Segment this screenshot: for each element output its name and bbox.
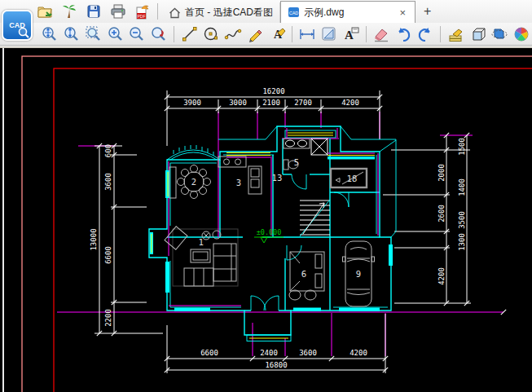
dimension-label: 16800 — [265, 361, 287, 369]
dimension-label: 3000 — [229, 99, 247, 107]
dimension-label: 2400 — [260, 349, 278, 357]
pencil-icon — [246, 25, 264, 43]
svg-text:PDF: PDF — [138, 14, 146, 19]
tool-toolbar: A A — [0, 23, 532, 46]
dimension-label: 3900 — [183, 99, 201, 107]
zoom-out-icon — [128, 25, 146, 43]
dimension-label: 1300 — [458, 233, 466, 251]
print-icon — [110, 4, 126, 19]
cube-3d-icon — [468, 25, 486, 43]
dimension-label: 4200 — [437, 267, 446, 285]
pan-zoom-icon — [41, 25, 59, 43]
room-label: 2 — [191, 178, 196, 187]
dimension-label: 2700 — [294, 99, 312, 107]
app-logo-cad-badge[interactable]: CAD — [2, 10, 33, 41]
palm-tree-icon — [61, 3, 77, 20]
tab-bar: 首页 - 迅捷CAD看图 CAD 示例.dwg × + — [162, 0, 532, 23]
background-color-button[interactable] — [510, 24, 532, 44]
annotate-text-button[interactable]: A — [266, 24, 288, 44]
save-button[interactable] — [83, 2, 104, 21]
dimension-label: 1400 — [458, 178, 466, 196]
redo-button[interactable] — [414, 24, 436, 44]
measure-area-button[interactable] — [319, 24, 341, 44]
zoom-out-button[interactable] — [126, 24, 148, 44]
print-button[interactable] — [108, 2, 129, 21]
dimension-label: 1500 — [458, 138, 466, 156]
layers-icon — [447, 25, 465, 43]
doors — [251, 174, 349, 311]
floor-plan-svg[interactable]: 16200 3900 3000 2100 2700 4200 6600 2400… — [0, 48, 532, 392]
furniture-living — [165, 227, 238, 286]
tab-document-label: 示例.dwg — [304, 6, 344, 20]
room-labels: 1 2 3 5 6 9 13 18 — [191, 158, 361, 279]
svg-text:CAD: CAD — [289, 11, 299, 15]
draw-circle-button[interactable] — [200, 24, 222, 44]
room-label: 18 — [347, 174, 358, 183]
title-toolbar: PDF 首页 - 迅捷CAD看图 CAD 示例.dwg × + — [0, 0, 532, 23]
orbit-3d-icon — [490, 25, 508, 43]
undo-button[interactable] — [393, 24, 415, 44]
zoom-in-button[interactable] — [104, 24, 126, 44]
toolbar-separator — [292, 26, 292, 42]
staircase — [300, 200, 330, 236]
drawing-canvas[interactable]: 16200 3900 3000 2100 2700 4200 6600 2400… — [0, 46, 532, 392]
bottom-dimensions: 6600 2400 3600 4200 16800 — [165, 349, 388, 372]
view-3d-button[interactable] — [467, 24, 489, 44]
axis-lines — [57, 112, 506, 356]
tab-home-label: 首页 - 迅捷CAD看图 — [185, 6, 273, 20]
draw-line-button[interactable] — [178, 24, 200, 44]
draw-freehand-button[interactable] — [244, 24, 266, 44]
zoom-previous-icon — [150, 25, 168, 43]
right-dimensions: 2000 2600 4200 1500 1400 3500 1300 — [437, 133, 469, 306]
export-pdf-icon: PDF — [134, 4, 151, 20]
dimension-label: 16200 — [262, 87, 284, 95]
app-window: CAD — [0, 0, 532, 392]
room-label: 6 — [301, 270, 306, 279]
eraser-icon — [372, 25, 390, 43]
dimension-label: 3500 — [458, 211, 466, 229]
furniture-bathroom — [284, 139, 328, 170]
dimension-label: 6600 — [200, 349, 218, 357]
save-icon — [86, 4, 101, 19]
furniture-dining — [169, 165, 211, 199]
room-label: 9 — [356, 270, 361, 279]
zoom-in-icon — [107, 25, 125, 43]
room-label: 3 — [236, 178, 241, 187]
new-tab-button[interactable]: + — [415, 4, 439, 19]
text-note-button[interactable]: A — [340, 24, 362, 44]
layers-button[interactable] — [445, 24, 467, 44]
left-dimensions: 13000 600 3600 6600 2200 — [90, 143, 117, 336]
elevation-marker: ±0.000 — [254, 228, 284, 243]
text-box-icon: A — [342, 25, 360, 43]
dimension-label: 2000 — [437, 164, 446, 182]
line-icon — [181, 25, 199, 43]
orbit-3d-button[interactable] — [489, 24, 511, 44]
zoom-window-button[interactable] — [82, 24, 104, 44]
zoom-vertical-button[interactable] — [61, 24, 83, 44]
open-file-icon — [37, 4, 53, 19]
open-file-button[interactable] — [34, 2, 55, 21]
circle-icon — [202, 25, 220, 43]
magnifier-icon — [17, 26, 30, 39]
zoom-previous-button[interactable] — [148, 24, 170, 44]
tab-document[interactable]: CAD 示例.dwg × — [280, 1, 415, 23]
room-label: 13 — [272, 174, 283, 183]
tab-home[interactable]: 首页 - 迅捷CAD看图 — [162, 2, 280, 23]
eraser-button[interactable] — [371, 24, 393, 44]
draw-spline-button[interactable] — [222, 24, 244, 44]
quick-action-bar: PDF — [34, 2, 153, 21]
measure-length-button[interactable] — [297, 24, 319, 44]
dimension-label: 600 — [104, 144, 112, 157]
furniture-bedroom — [289, 252, 324, 300]
export-pdf-button[interactable]: PDF — [132, 2, 153, 21]
top-dimensions: 16200 3900 3000 2100 2700 4200 — [165, 87, 382, 111]
dimension-label: 6600 — [104, 246, 112, 264]
toolbar-separator — [440, 26, 441, 42]
canvas-left-edge — [2, 48, 4, 392]
tab-close-icon[interactable]: × — [397, 7, 408, 18]
color-wheel-icon — [512, 25, 530, 43]
extension-lines — [95, 90, 471, 373]
text-hand-icon: A — [268, 25, 286, 43]
pan-tool-button[interactable] — [39, 24, 61, 44]
screenshot-button[interactable] — [59, 2, 80, 21]
